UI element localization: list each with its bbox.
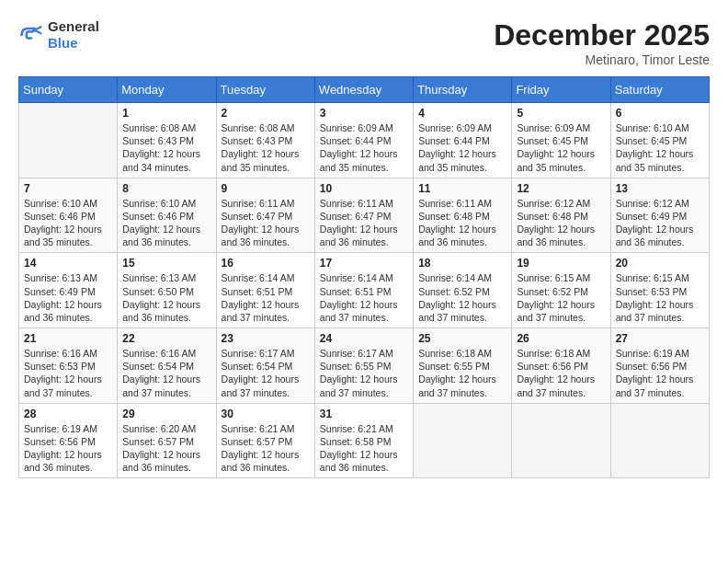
day-info: Sunrise: 6:14 AM Sunset: 6:52 PM Dayligh… [418,271,506,324]
day-number: 26 [517,332,605,345]
calendar-cell: 23Sunrise: 6:17 AM Sunset: 6:54 PM Dayli… [216,328,314,404]
day-info: Sunrise: 6:13 AM Sunset: 6:50 PM Dayligh… [122,271,210,324]
day-info: Sunrise: 6:09 AM Sunset: 6:45 PM Dayligh… [517,121,605,174]
weekday-header-row: SundayMondayTuesdayWednesdayThursdayFrid… [19,77,710,103]
location-title: Metinaro, Timor Leste [494,52,710,67]
day-number: 11 [418,182,506,195]
calendar-cell: 13Sunrise: 6:12 AM Sunset: 6:49 PM Dayli… [610,178,709,253]
day-info: Sunrise: 6:14 AM Sunset: 6:51 PM Dayligh… [320,271,408,324]
weekday-header-sunday: Sunday [19,77,118,103]
day-number: 20 [616,257,704,270]
day-number: 7 [24,182,112,195]
day-number: 12 [517,182,605,195]
day-info: Sunrise: 6:11 AM Sunset: 6:48 PM Dayligh… [418,197,506,249]
weekday-header-tuesday: Tuesday [216,77,314,103]
calendar-cell: 6Sunrise: 6:10 AM Sunset: 6:45 PM Daylig… [610,103,709,178]
day-info: Sunrise: 6:11 AM Sunset: 6:47 PM Dayligh… [222,197,310,249]
calendar-cell: 3Sunrise: 6:09 AM Sunset: 6:44 PM Daylig… [314,103,413,178]
day-number: 31 [320,408,408,420]
day-number: 8 [122,182,210,195]
calendar-cell: 4Sunrise: 6:09 AM Sunset: 6:44 PM Daylig… [414,103,512,178]
calendar-cell: 26Sunrise: 6:18 AM Sunset: 6:56 PM Dayli… [512,328,610,404]
calendar-cell: 8Sunrise: 6:10 AM Sunset: 6:46 PM Daylig… [118,178,216,253]
day-info: Sunrise: 6:08 AM Sunset: 6:43 PM Dayligh… [222,121,310,174]
day-info: Sunrise: 6:14 AM Sunset: 6:51 PM Dayligh… [222,271,310,324]
calendar-cell: 10Sunrise: 6:11 AM Sunset: 6:47 PM Dayli… [314,178,413,253]
calendar-cell: 9Sunrise: 6:11 AM Sunset: 6:47 PM Daylig… [216,178,314,253]
day-info: Sunrise: 6:21 AM Sunset: 6:57 PM Dayligh… [222,422,310,475]
calendar-cell: 16Sunrise: 6:14 AM Sunset: 6:51 PM Dayli… [216,253,314,328]
calendar-cell: 5Sunrise: 6:09 AM Sunset: 6:45 PM Daylig… [512,103,610,178]
calendar-cell [414,403,512,478]
day-number: 3 [320,107,408,120]
calendar-cell [512,403,610,478]
calendar-cell: 30Sunrise: 6:21 AM Sunset: 6:57 PM Dayli… [216,403,314,478]
day-number: 19 [517,257,605,270]
day-info: Sunrise: 6:19 AM Sunset: 6:56 PM Dayligh… [616,347,704,399]
day-info: Sunrise: 6:13 AM Sunset: 6:49 PM Dayligh… [24,271,112,324]
day-info: Sunrise: 6:09 AM Sunset: 6:44 PM Dayligh… [418,121,506,174]
day-number: 4 [418,107,506,120]
day-info: Sunrise: 6:11 AM Sunset: 6:47 PM Dayligh… [320,197,408,249]
logo: General Blue [18,18,99,52]
weekday-header-friday: Friday [512,77,610,103]
day-number: 2 [222,107,310,120]
day-info: Sunrise: 6:10 AM Sunset: 6:45 PM Dayligh… [616,121,704,174]
day-info: Sunrise: 6:10 AM Sunset: 6:46 PM Dayligh… [122,197,210,249]
day-number: 24 [320,332,408,345]
day-info: Sunrise: 6:21 AM Sunset: 6:58 PM Dayligh… [320,422,408,475]
day-info: Sunrise: 6:17 AM Sunset: 6:55 PM Dayligh… [320,347,408,399]
logo-icon [18,22,44,48]
calendar-cell [610,403,709,478]
day-info: Sunrise: 6:17 AM Sunset: 6:54 PM Dayligh… [222,347,310,399]
calendar-cell: 17Sunrise: 6:14 AM Sunset: 6:51 PM Dayli… [314,253,413,328]
day-number: 27 [616,332,704,345]
day-number: 21 [24,332,112,345]
calendar-cell [19,103,118,178]
day-number: 13 [616,182,704,195]
day-number: 15 [122,257,210,270]
calendar-cell: 14Sunrise: 6:13 AM Sunset: 6:49 PM Dayli… [19,253,118,328]
day-number: 14 [24,257,112,270]
day-info: Sunrise: 6:09 AM Sunset: 6:44 PM Dayligh… [320,121,408,174]
calendar-table: SundayMondayTuesdayWednesdayThursdayFrid… [18,76,710,478]
calendar-cell: 31Sunrise: 6:21 AM Sunset: 6:58 PM Dayli… [314,403,413,478]
day-number: 1 [122,107,210,120]
calendar-cell: 18Sunrise: 6:14 AM Sunset: 6:52 PM Dayli… [414,253,512,328]
weekday-header-monday: Monday [118,77,216,103]
day-info: Sunrise: 6:10 AM Sunset: 6:46 PM Dayligh… [24,197,112,249]
day-number: 18 [418,257,506,270]
day-number: 6 [616,107,704,120]
day-info: Sunrise: 6:16 AM Sunset: 6:54 PM Dayligh… [122,347,210,399]
calendar-week-row: 1Sunrise: 6:08 AM Sunset: 6:43 PM Daylig… [19,103,710,178]
logo-text: General Blue [48,18,99,52]
day-number: 28 [24,408,112,420]
day-info: Sunrise: 6:12 AM Sunset: 6:48 PM Dayligh… [517,197,605,249]
calendar-cell: 27Sunrise: 6:19 AM Sunset: 6:56 PM Dayli… [610,328,709,404]
calendar-cell: 22Sunrise: 6:16 AM Sunset: 6:54 PM Dayli… [118,328,216,404]
day-number: 16 [222,257,310,270]
calendar-cell: 25Sunrise: 6:18 AM Sunset: 6:55 PM Dayli… [414,328,512,404]
weekday-header-saturday: Saturday [610,77,709,103]
day-number: 23 [222,332,310,345]
day-info: Sunrise: 6:15 AM Sunset: 6:53 PM Dayligh… [616,271,704,324]
day-info: Sunrise: 6:16 AM Sunset: 6:53 PM Dayligh… [24,347,112,399]
calendar-week-row: 14Sunrise: 6:13 AM Sunset: 6:49 PM Dayli… [19,253,710,328]
logo-general: General [48,18,99,35]
day-info: Sunrise: 6:19 AM Sunset: 6:56 PM Dayligh… [24,422,112,475]
weekday-header-thursday: Thursday [414,77,512,103]
calendar-cell: 1Sunrise: 6:08 AM Sunset: 6:43 PM Daylig… [118,103,216,178]
calendar-cell: 19Sunrise: 6:15 AM Sunset: 6:52 PM Dayli… [512,253,610,328]
day-info: Sunrise: 6:12 AM Sunset: 6:49 PM Dayligh… [616,197,704,249]
calendar-cell: 12Sunrise: 6:12 AM Sunset: 6:48 PM Dayli… [512,178,610,253]
month-title: December 2025 [494,18,710,52]
calendar-cell: 20Sunrise: 6:15 AM Sunset: 6:53 PM Dayli… [610,253,709,328]
calendar-cell: 21Sunrise: 6:16 AM Sunset: 6:53 PM Dayli… [19,328,118,404]
day-number: 5 [517,107,605,120]
day-number: 25 [418,332,506,345]
day-number: 17 [320,257,408,270]
calendar-week-row: 28Sunrise: 6:19 AM Sunset: 6:56 PM Dayli… [19,403,710,478]
day-number: 9 [222,182,310,195]
day-info: Sunrise: 6:18 AM Sunset: 6:56 PM Dayligh… [517,347,605,399]
calendar-cell: 2Sunrise: 6:08 AM Sunset: 6:43 PM Daylig… [216,103,314,178]
